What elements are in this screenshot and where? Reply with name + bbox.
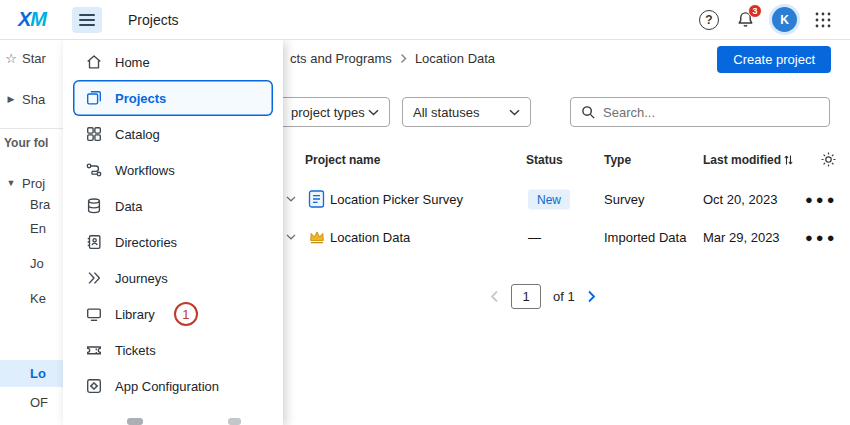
sidebar-item-label: Jo	[30, 256, 44, 271]
status-empty: —	[528, 230, 541, 245]
project-type: Imported Data	[604, 230, 686, 245]
page-count-label: of 1	[553, 289, 575, 304]
sidebar-item-label: En	[30, 221, 46, 236]
sidebar-section-label: Your fol	[4, 136, 48, 150]
menu-item-projects[interactable]: Projects	[73, 80, 273, 116]
workflows-icon	[85, 161, 103, 179]
caret-down-icon: ▼	[0, 178, 22, 188]
logo-m: M	[30, 8, 46, 30]
caret-right-icon: ▶	[0, 94, 22, 104]
create-project-button[interactable]: Create project	[717, 46, 831, 73]
star-icon: ☆	[0, 51, 22, 66]
top-bar: XM Projects ? 3 K	[0, 0, 850, 40]
dropdown-value: project types	[291, 105, 365, 120]
sidebar-item-label: Ke	[30, 291, 46, 306]
table-row[interactable]: Location Data — Imported Data Mar 29, 20…	[283, 219, 850, 255]
menu-item-catalog[interactable]: Catalog	[73, 116, 273, 152]
row-menu-icon[interactable]: ●●●	[805, 230, 838, 245]
last-modified-date: Mar 29, 2023	[703, 230, 780, 245]
table-settings-gear-icon[interactable]	[820, 151, 837, 168]
hamburger-menu-button[interactable]	[72, 7, 102, 33]
sidebar-item-label: Sha	[22, 92, 45, 107]
menu-item-label: Tickets	[115, 343, 156, 358]
sidebar-folder[interactable]: Ke	[0, 286, 63, 310]
projects-icon	[85, 89, 103, 107]
menu-item-label: Directories	[115, 235, 177, 250]
menu-item-data[interactable]: Data	[73, 188, 273, 224]
menu-item-label: Projects	[115, 91, 166, 106]
menu-item-label: Data	[115, 199, 142, 214]
notifications-button[interactable]: 3	[736, 10, 755, 29]
pagination: 1 of 1	[490, 284, 596, 309]
sidebar-divider	[0, 128, 63, 129]
home-icon	[85, 53, 103, 71]
directories-icon	[85, 233, 103, 251]
sidebar-folder[interactable]: Jo	[0, 251, 63, 275]
menu-item-label: Catalog	[115, 127, 160, 142]
search-box	[570, 97, 830, 127]
column-header-label: Last modified	[703, 153, 781, 167]
menu-item-app-configuration[interactable]: App Configuration	[73, 368, 273, 404]
column-header-project-name[interactable]: Project name	[305, 153, 380, 167]
column-header-type[interactable]: Type	[604, 153, 631, 167]
chevron-down-icon	[368, 109, 379, 116]
breadcrumb-current[interactable]: Location Data	[415, 51, 495, 66]
menu-item-library[interactable]: Library 1	[73, 296, 273, 332]
previous-page-icon[interactable]	[490, 290, 499, 303]
column-header-status[interactable]: Status	[526, 153, 563, 167]
next-page-icon[interactable]	[587, 290, 596, 303]
breadcrumb-parent[interactable]: cts and Programs	[290, 51, 392, 66]
menu-item-workflows[interactable]: Workflows	[73, 152, 273, 188]
tickets-icon	[85, 341, 103, 359]
data-icon	[85, 197, 103, 215]
sidebar-item-shared[interactable]: ▶ Sha	[0, 87, 63, 111]
avatar[interactable]: K	[772, 7, 797, 32]
catalog-icon	[85, 125, 103, 143]
page-number-input[interactable]: 1	[511, 284, 541, 309]
sidebar-folder[interactable]: OF	[0, 390, 63, 414]
sidebar-folder[interactable]: En	[0, 216, 63, 240]
app-configuration-icon	[85, 377, 103, 395]
sidebar-item-label: Proj	[22, 176, 45, 191]
page-title: Projects	[128, 12, 179, 28]
sidebar-item-starred[interactable]: ☆ Star	[0, 46, 63, 70]
menu-item-label: Library	[115, 307, 155, 322]
menu-item-tickets[interactable]: Tickets	[73, 332, 273, 368]
global-nav-menu: Home Projects Catalog Workflows Data Dir…	[63, 40, 283, 425]
table-row[interactable]: Location Picker Survey New Survey Oct 20…	[283, 181, 850, 217]
library-icon	[85, 305, 103, 323]
search-input[interactable]	[603, 105, 819, 120]
project-type: Survey	[604, 192, 644, 207]
logo-x: X	[18, 8, 30, 30]
menu-item-label: Journeys	[115, 271, 168, 286]
menu-item-journeys[interactable]: Journeys	[73, 260, 273, 296]
xm-logo: XM	[18, 8, 46, 31]
survey-icon	[308, 190, 325, 209]
menu-item-label: Workflows	[115, 163, 175, 178]
row-expand-chevron-icon[interactable]	[286, 234, 296, 241]
breadcrumb: cts and Programs Location Data	[290, 51, 495, 66]
menu-item-home[interactable]: Home	[73, 44, 273, 80]
row-menu-icon[interactable]: ●●●	[805, 192, 838, 207]
status-badge: New	[528, 190, 570, 210]
apps-grid-icon[interactable]	[814, 11, 832, 29]
project-name-link[interactable]: Location Data	[330, 230, 410, 245]
imported-data-icon	[308, 229, 326, 246]
menu-item-label: App Configuration	[115, 379, 219, 394]
menu-item-directories[interactable]: Directories	[73, 224, 273, 260]
annotation-circle-step-1: 1	[174, 302, 198, 326]
folders-sidebar: ☆ Star ▶ Sha Your fol ▼ Proj Bra En Jo K…	[0, 40, 63, 425]
notification-count-badge: 3	[748, 4, 762, 18]
scrollbar-thumb[interactable]	[127, 418, 143, 425]
row-expand-chevron-icon[interactable]	[286, 196, 296, 203]
status-dropdown[interactable]: All statuses	[402, 97, 531, 127]
column-header-last-modified[interactable]: Last modified	[703, 153, 793, 167]
help-icon[interactable]: ?	[699, 10, 719, 30]
sidebar-folder[interactable]: Bra	[0, 192, 63, 216]
sidebar-item-label: Star	[22, 51, 46, 66]
sidebar-folder-selected[interactable]: Lo	[0, 360, 63, 387]
project-name-link[interactable]: Location Picker Survey	[330, 192, 463, 207]
scrollbar-thumb[interactable]	[228, 418, 241, 425]
dropdown-value: All statuses	[413, 105, 479, 120]
menu-item-label: Home	[115, 55, 150, 70]
